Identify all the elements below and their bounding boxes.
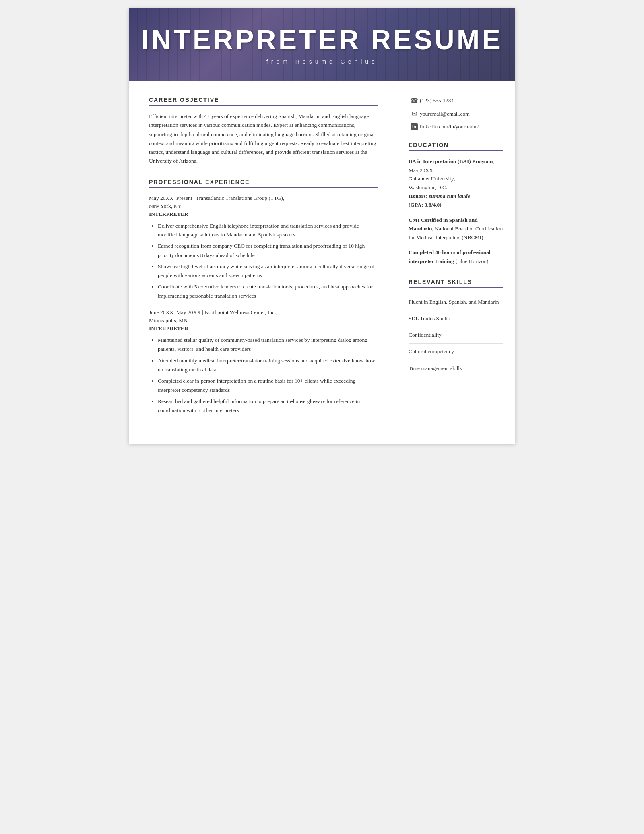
email-contact: ✉ youremail@email.com (409, 110, 503, 118)
right-column: ☎ (123) 555-1234 ✉ youremail@email.com i… (394, 81, 515, 444)
education-item-2: CMI Certified in Spanish and Mandarin, N… (409, 216, 503, 242)
job-1: May 20XX–Present | Transatlantic Transla… (149, 194, 378, 300)
job-2-title: INTERPRETER (149, 325, 378, 332)
honors-label: Honors: (409, 193, 429, 199)
list-item: Maintained stellar quality of community-… (158, 336, 378, 354)
education-title: EDUCATION (409, 142, 503, 151)
job-2-bullets: Maintained stellar quality of community-… (149, 336, 378, 415)
honors-italic: summa cum laude (429, 193, 470, 199)
skill-item-3: Confidentiality (409, 327, 503, 344)
main-content: CAREER OBJECTIVE Efficient interpreter w… (129, 81, 515, 444)
job-1-bullets: Deliver comprehensive English telephone … (149, 221, 378, 300)
left-column: CAREER OBJECTIVE Efficient interpreter w… (129, 81, 394, 444)
career-objective-text: Efficient interpreter with 4+ years of e… (149, 112, 378, 166)
job-1-header: May 20XX–Present | Transatlantic Transla… (149, 194, 378, 202)
phone-icon: ☎ (409, 97, 420, 104)
skill-item-1: Fluent in English, Spanish, and Mandarin (409, 294, 503, 310)
job-1-title: INTERPRETER (149, 211, 378, 217)
skill-item-4: Cultural competency (409, 344, 503, 360)
linkedin-url: linkedin.com/in/yourname/ (420, 124, 479, 130)
job-1-location: New York, NY (149, 203, 378, 209)
professional-experience-title: PROFESSIONAL EXPERIENCE (149, 179, 378, 188)
school-location: Washington, D.C. (409, 184, 447, 190)
gpa: (GPA: 3.8/4.0) (409, 202, 442, 208)
education-item-3: Completed 40 hours of professional inter… (409, 248, 503, 265)
phone-number: (123) 555-1234 (420, 97, 454, 104)
education-item-1: BA in Interpretation (BAI) Program, May … (409, 157, 503, 209)
list-item: Attended monthly medical interpreter/tra… (158, 356, 378, 375)
career-objective-section: CAREER OBJECTIVE Efficient interpreter w… (149, 97, 378, 166)
email-icon: ✉ (409, 110, 420, 118)
contact-section: ☎ (123) 555-1234 ✉ youremail@email.com i… (409, 97, 503, 130)
list-item: Showcase high level of accuracy while se… (158, 262, 378, 280)
relevant-skills-title: RELEVANT SKILLS (409, 279, 503, 288)
linkedin-contact: in linkedin.com/in/yourname/ (409, 123, 503, 130)
list-item: Earned recognition from company CEO for … (158, 242, 378, 260)
resume-title: INTERPRETER RESUME (141, 24, 503, 55)
list-item: Researched and gathered helpful informat… (158, 397, 378, 415)
degree-bold: BA in Interpretation (BAI) Program (409, 158, 493, 164)
education-section: EDUCATION BA in Interpretation (BAI) Pro… (409, 142, 503, 266)
linkedin-icon: in (409, 123, 420, 130)
training-rest: (Blue Horizon) (454, 258, 488, 264)
list-item: Coordinate with 5 executive leaders to c… (158, 282, 378, 300)
school-name: Gallaudet University, (409, 176, 455, 182)
skill-item-2: SDL Trados Studio (409, 310, 503, 327)
resume-subtitle: from Resume Genius (266, 58, 378, 65)
relevant-skills-section: RELEVANT SKILLS Fluent in English, Spani… (409, 279, 503, 377)
career-objective-title: CAREER OBJECTIVE (149, 97, 378, 106)
phone-contact: ☎ (123) 555-1234 (409, 97, 503, 104)
list-item: Deliver comprehensive English telephone … (158, 221, 378, 240)
skill-item-5: Time management skills (409, 360, 503, 377)
professional-experience-section: PROFESSIONAL EXPERIENCE May 20XX–Present… (149, 179, 378, 415)
email-address: youremail@email.com (420, 111, 470, 117)
list-item: Completed clear in-person interpretation… (158, 377, 378, 395)
job-2-location: Minneapolis, MN (149, 317, 378, 324)
job-2: June 20XX–May 20XX | Northpoint Wellness… (149, 308, 378, 415)
job-2-header: June 20XX–May 20XX | Northpoint Wellness… (149, 308, 378, 317)
header: INTERPRETER RESUME from Resume Genius (129, 8, 515, 81)
resume-page: INTERPRETER RESUME from Resume Genius CA… (129, 8, 515, 444)
